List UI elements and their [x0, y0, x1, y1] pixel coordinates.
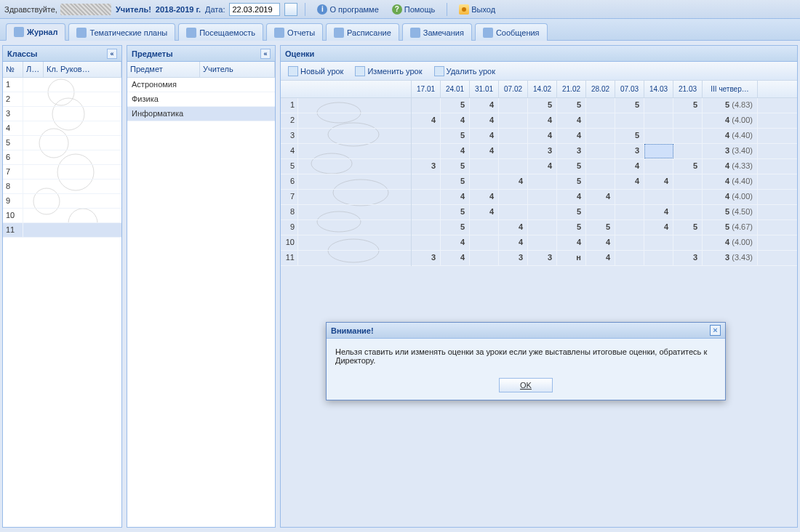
- grade-cell[interactable]: 5: [441, 174, 470, 189]
- student-row[interactable]: 4: [281, 144, 411, 159]
- grade-cell[interactable]: [412, 144, 441, 158]
- grade-cell[interactable]: 4: [528, 113, 557, 128]
- grade-cell[interactable]: 3: [615, 144, 644, 158]
- grade-cell[interactable]: [586, 159, 615, 174]
- date-header[interactable]: 07.02: [499, 81, 528, 97]
- class-row[interactable]: 6: [3, 150, 121, 165]
- grade-cell[interactable]: 5: [673, 220, 703, 235]
- class-row[interactable]: 4: [3, 121, 121, 136]
- grade-cell[interactable]: 3: [528, 144, 557, 158]
- date-header[interactable]: 21.02: [557, 81, 586, 97]
- grade-cell[interactable]: [470, 159, 499, 174]
- class-row[interactable]: 10: [3, 209, 121, 223]
- grade-cell[interactable]: 4: [470, 144, 499, 158]
- grade-cell[interactable]: 3: [528, 251, 557, 265]
- grade-cell[interactable]: 4: [557, 190, 586, 204]
- grade-cell[interactable]: [586, 113, 615, 128]
- col-letter[interactable]: Л…: [23, 62, 44, 77]
- grade-cell[interactable]: 4: [441, 190, 470, 204]
- grade-cell[interactable]: 3: [412, 251, 441, 265]
- grade-cell[interactable]: 5: [557, 174, 586, 189]
- grade-cell[interactable]: [644, 235, 673, 250]
- grade-cell[interactable]: [412, 174, 441, 189]
- grade-cell[interactable]: [499, 159, 528, 174]
- grade-cell[interactable]: 4: [441, 235, 470, 250]
- class-row[interactable]: 8: [3, 180, 121, 194]
- col-num[interactable]: №: [3, 62, 23, 77]
- grade-cell[interactable]: [615, 205, 644, 219]
- ok-button[interactable]: OK: [499, 378, 553, 392]
- grade-cell[interactable]: 5: [441, 205, 470, 219]
- grade-cell[interactable]: 4: [586, 190, 615, 204]
- grade-cell[interactable]: 4: [470, 190, 499, 204]
- grade-cell[interactable]: 4: [644, 174, 673, 189]
- grade-cell[interactable]: 5: [615, 98, 644, 113]
- tab-Расписание[interactable]: Расписание: [326, 23, 399, 41]
- grade-cell[interactable]: [499, 190, 528, 204]
- date-header[interactable]: 24.01: [441, 81, 470, 97]
- grade-cell[interactable]: [673, 129, 703, 143]
- grade-cell[interactable]: [615, 251, 644, 265]
- quarter-cell[interactable]: 5 (4.67): [703, 220, 758, 235]
- grade-cell[interactable]: [528, 205, 557, 219]
- grade-cell[interactable]: [528, 190, 557, 204]
- grade-cell[interactable]: 4: [470, 205, 499, 219]
- exit-button[interactable]: Выход: [455, 3, 500, 16]
- grade-cell[interactable]: 3: [673, 251, 703, 265]
- student-row[interactable]: 7: [281, 190, 411, 205]
- student-row[interactable]: 11: [281, 251, 411, 266]
- grade-cell[interactable]: 3: [412, 159, 441, 174]
- grade-cell[interactable]: [499, 144, 528, 158]
- grade-cell[interactable]: [528, 235, 557, 250]
- grade-cell[interactable]: [673, 113, 703, 128]
- grade-cell[interactable]: [412, 220, 441, 235]
- grade-cell[interactable]: 4: [528, 159, 557, 174]
- grade-cell[interactable]: 5: [586, 220, 615, 235]
- grade-cell[interactable]: [673, 205, 703, 219]
- grade-cell[interactable]: 5: [528, 98, 557, 113]
- grade-cell[interactable]: [412, 129, 441, 143]
- grade-cell[interactable]: [644, 190, 673, 204]
- grade-cell[interactable]: [644, 144, 673, 158]
- collapse-icon[interactable]: «: [107, 49, 117, 59]
- delete-lesson-button[interactable]: Удалить урок: [431, 65, 498, 78]
- grade-cell[interactable]: 4: [499, 174, 528, 189]
- collapse-icon[interactable]: «: [260, 49, 271, 59]
- grade-cell[interactable]: [615, 235, 644, 250]
- student-row[interactable]: 10: [281, 235, 411, 251]
- grade-cell[interactable]: 5: [615, 129, 644, 143]
- class-row[interactable]: 5: [3, 136, 121, 150]
- col-teacher[interactable]: Учитель: [200, 62, 275, 77]
- about-button[interactable]: i О программе: [313, 3, 383, 16]
- grade-cell[interactable]: 4: [615, 174, 644, 189]
- grade-cell[interactable]: [499, 113, 528, 128]
- class-row[interactable]: 3: [3, 107, 121, 121]
- class-row[interactable]: 1: [3, 78, 121, 92]
- grade-cell[interactable]: 4: [470, 113, 499, 128]
- col-ruk[interactable]: Кл. Руков…: [44, 62, 121, 77]
- date-header[interactable]: 17.01: [412, 81, 441, 97]
- grade-cell[interactable]: 5: [441, 98, 470, 113]
- tab-Сообщения[interactable]: Сообщения: [475, 23, 548, 41]
- grade-cell[interactable]: [673, 144, 703, 158]
- grade-cell[interactable]: [470, 220, 499, 235]
- student-row[interactable]: 8: [281, 205, 411, 220]
- grade-cell[interactable]: [412, 205, 441, 219]
- grade-cell[interactable]: [644, 113, 673, 128]
- grade-cell[interactable]: 4: [499, 235, 528, 250]
- class-row[interactable]: 2: [3, 92, 121, 107]
- grade-cell[interactable]: 4: [644, 220, 673, 235]
- grade-cell[interactable]: [412, 235, 441, 250]
- grade-cell[interactable]: 4: [499, 220, 528, 235]
- subject-row[interactable]: Астрономия: [127, 78, 275, 92]
- edit-lesson-button[interactable]: Изменить урок: [352, 65, 425, 78]
- student-row[interactable]: 5: [281, 159, 411, 174]
- date-header[interactable]: 07.03: [615, 81, 644, 97]
- quarter-cell[interactable]: 4 (4.00): [703, 190, 758, 204]
- grade-cell[interactable]: 4: [441, 113, 470, 128]
- grade-cell[interactable]: [586, 174, 615, 189]
- grade-cell[interactable]: [615, 113, 644, 128]
- grade-cell[interactable]: 4: [470, 129, 499, 143]
- student-row[interactable]: 3: [281, 129, 411, 144]
- grade-cell[interactable]: 5: [441, 129, 470, 143]
